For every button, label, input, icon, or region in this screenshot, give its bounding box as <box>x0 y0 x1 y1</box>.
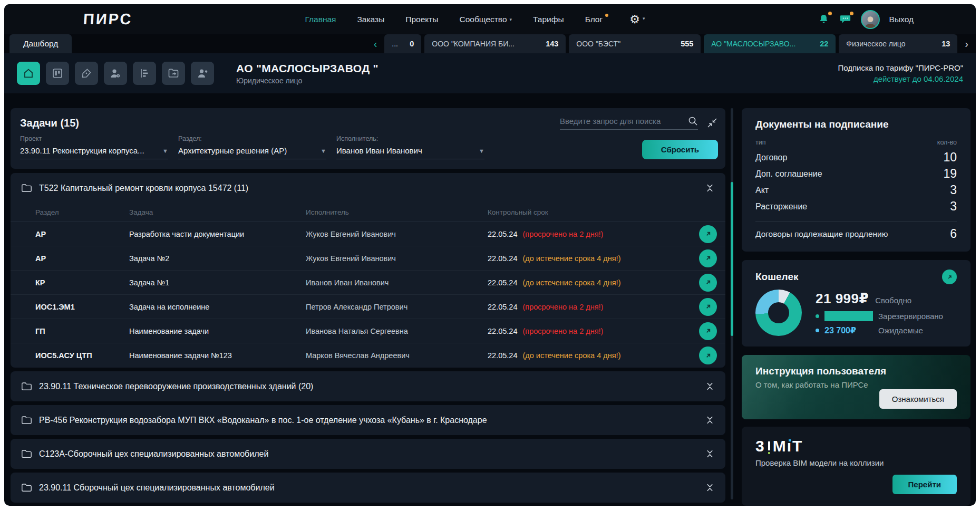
user-avatar[interactable] <box>861 10 880 29</box>
tabs-scroll-right[interactable]: › <box>960 34 973 53</box>
task-table: Раздел Задача Исполнитель Контрольный ср… <box>11 203 725 368</box>
instruction-open-button[interactable]: Ознакомиться <box>879 389 957 409</box>
search-input[interactable] <box>560 117 684 126</box>
scrollbar-track[interactable] <box>731 108 733 499</box>
pirs-logo: ПИРС <box>83 11 133 28</box>
project-group-header[interactable]: РВ-456 Реконструкция водозабора МУП ВКХ … <box>11 405 725 435</box>
task-section: КР <box>35 278 129 287</box>
task-name: Разработка части документации <box>129 230 306 238</box>
logout-button[interactable]: Выход <box>889 15 914 24</box>
open-task-button[interactable] <box>699 347 717 364</box>
messages-button[interactable] <box>839 13 851 25</box>
settings-menu[interactable]: ⚙ ▾ <box>629 14 645 25</box>
arrow-up-right-icon <box>704 278 712 286</box>
bimit-logo: 3MıT <box>755 437 957 455</box>
task-name: Наименование задачи №123 <box>129 351 306 360</box>
clients-button[interactable] <box>191 62 214 85</box>
nav-item-community[interactable]: Сообщество ▾ <box>459 15 512 24</box>
project-group: 23.90.11 Сборочный цех специализированны… <box>11 473 725 503</box>
project-group-header[interactable]: 23.90.11 Сборочный цех специализированны… <box>11 473 725 503</box>
folder-icon <box>21 184 32 193</box>
filter-assignee: Исполнитель: Иванов Иван Иванович ▼ <box>336 135 484 159</box>
documents-footer-row: Договоры подлежащие продлению 6 <box>755 227 957 241</box>
open-task-button[interactable] <box>699 298 717 316</box>
filter-dropdown[interactable]: 23.90.11 Реконструкция корпуса... ▼ <box>20 146 168 159</box>
folder-share-icon <box>167 67 180 80</box>
reset-filters-button[interactable]: Сбросить <box>642 140 718 159</box>
open-task-button[interactable] <box>699 322 717 340</box>
task-assignee: Жуков Евгений Иванович <box>306 230 488 238</box>
task-row: ИОС5.АСУ ЦТП Наименование задачи №123 Ма… <box>11 343 725 368</box>
open-task-button[interactable] <box>699 225 717 243</box>
scrollbar-thumb[interactable] <box>731 182 733 336</box>
task-table-header: Раздел Задача Исполнитель Контрольный ср… <box>11 203 725 222</box>
company-tabs-group: ‹ ... 0 ООО "КОМПАНИЯ БИ... 143 ООО "БЭС… <box>370 34 976 53</box>
task-section: ГП <box>35 327 129 335</box>
collapse-icon <box>705 415 715 425</box>
shared-folder-button[interactable] <box>162 62 185 85</box>
notifications-button[interactable] <box>818 13 830 25</box>
company-tab[interactable]: ООО "КОМПАНИЯ БИ... 143 <box>424 34 566 53</box>
tasks-filters: Проект 23.90.11 Реконструкция корпуса...… <box>20 135 718 159</box>
home-view-button[interactable] <box>17 62 40 85</box>
task-row: ИОС1.ЭМ1 Задача на исполнеине Петров Але… <box>11 295 725 319</box>
sign-pen-button[interactable] <box>75 62 98 85</box>
company-tab[interactable]: ООО "БЭСТ" 555 <box>569 34 701 53</box>
document-type-row: Расторжение 3 <box>755 198 957 215</box>
task-row: АР Задача №2 Жуков Евгений Иванович 22.0… <box>11 246 725 271</box>
wallet-free-amount: 21 999₽ <box>816 291 869 307</box>
nav-item-tariffs[interactable]: Тарифы <box>533 15 564 24</box>
task-deadline: 22.05.24 (просрочено на 2 дня!) <box>488 303 686 311</box>
collapse-panel-icon[interactable] <box>706 117 718 129</box>
open-task-button[interactable] <box>699 249 717 267</box>
notification-dot <box>828 12 832 15</box>
project-group-expanded: Т522 Капитальный ремонт кровли корпуса 1… <box>11 173 725 368</box>
task-assignee: Иванов Иван Иванович <box>306 278 488 287</box>
project-group-header[interactable]: Т522 Капитальный ремонт кровли корпуса 1… <box>11 173 725 203</box>
gear-icon: ⚙ <box>629 14 640 25</box>
pen-icon <box>80 67 93 80</box>
kanban-view-button[interactable] <box>46 62 69 85</box>
task-table-body: АР Разработка части документации Жуков Е… <box>11 222 725 368</box>
collapse-group-button[interactable] <box>704 414 716 426</box>
task-deadline: 22.05.24 (просрочено на 2 дня!) <box>488 230 686 238</box>
deadline-status: (просрочено на 2 дня!) <box>522 327 603 335</box>
nav-item-blog[interactable]: Блог <box>585 15 609 24</box>
user-settings-button[interactable] <box>104 62 127 85</box>
collapse-group-button[interactable] <box>704 380 716 392</box>
task-assignee: Жуков Евгений Иванович <box>306 254 488 263</box>
kanban-icon <box>51 67 64 80</box>
nav-item-projects[interactable]: Проекты <box>405 15 438 24</box>
project-group-header[interactable]: 23.90.11 Техническое перевооружение прои… <box>11 371 725 401</box>
search-icon[interactable] <box>688 116 698 126</box>
open-wallet-button[interactable] <box>942 270 957 284</box>
collapse-group-button[interactable] <box>704 482 716 494</box>
filter-dropdown[interactable]: Иванов Иван Иванович ▼ <box>336 146 484 159</box>
documents-title: Документы на подписание <box>755 119 957 130</box>
nav-item-orders[interactable]: Заказы <box>357 15 384 24</box>
tab-count-badge: 13 <box>942 40 950 48</box>
company-tab[interactable]: АО "МАСЛОСЫРЗАВО... 22 <box>704 34 836 53</box>
instruction-subtitle: О том, как работать на ПИРСе <box>755 380 957 389</box>
tabs-scroll-left[interactable]: ‹ <box>370 34 382 53</box>
divider <box>755 221 957 222</box>
filter-section: Раздел: Архитектурные решения (АР) ▼ <box>178 135 326 159</box>
open-task-button[interactable] <box>699 274 717 292</box>
arrow-up-right-icon <box>704 303 712 311</box>
collapse-group-button[interactable] <box>704 182 716 194</box>
project-group-header[interactable]: С123А-Сборочный цех специализированных а… <box>11 439 725 469</box>
tab-dashboard[interactable]: Дашборд <box>9 34 72 53</box>
nav-item-home[interactable]: Главная <box>305 15 336 24</box>
task-row: КР Задача №1 Иванов Иван Иванович 22.05.… <box>11 271 725 295</box>
bimit-go-button[interactable]: Перейти <box>892 475 957 494</box>
filter-dropdown[interactable]: Архитектурные решения (АР) ▼ <box>178 146 326 159</box>
project-group: С123А-Сборочный цех специализированных а… <box>11 439 725 469</box>
company-tab[interactable]: ... 0 <box>384 34 421 53</box>
subscription-expiry[interactable]: действует до 04.06.2024 <box>838 74 963 83</box>
collapse-group-button[interactable] <box>704 448 716 460</box>
instruction-card: Инструкция пользователя О том, как работ… <box>742 355 971 419</box>
structure-view-button[interactable] <box>133 62 156 85</box>
project-group: 23.90.11 Техническое перевооружение прои… <box>11 371 725 401</box>
company-tab[interactable]: Физическое лицо 13 <box>839 34 957 53</box>
task-name: Задача на исполнеине <box>129 303 306 311</box>
